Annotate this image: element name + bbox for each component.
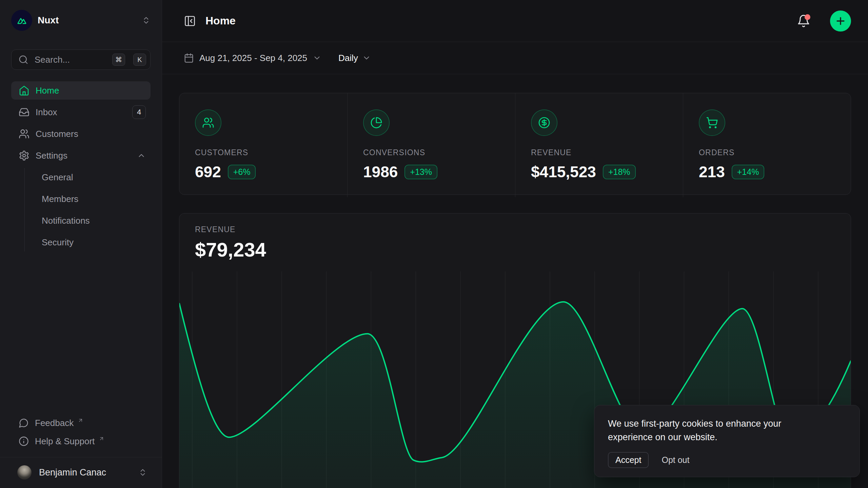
pie-chart-icon [363,109,390,136]
stat-delta-badge: +13% [405,165,437,179]
users-icon [19,128,29,139]
sidebar: Nuxt Search... ⌘ K Home Inbox 4 [0,0,162,488]
circle-dollar-icon [531,109,557,136]
message-bubble-icon [19,418,29,428]
sidebar-item-home[interactable]: Home [11,81,151,100]
kbd-k: K [133,54,146,66]
avatar [17,465,32,480]
sidebar-item-inbox[interactable]: Inbox 4 [11,103,151,121]
stat-delta-badge: +14% [732,165,765,179]
stats-card: CUSTOMERS 692 +6% CONVERSIONS 1986 +13% [179,93,851,195]
external-link-icon [99,436,104,442]
search-input[interactable]: Search... ⌘ K [11,49,151,70]
sidebar-item-general[interactable]: General [36,168,151,186]
sidebar-item-security[interactable]: Security [36,233,151,251]
users-icon [195,109,221,136]
stat-label: ORDERS [699,148,835,157]
info-circle-icon [19,436,29,446]
external-link-icon [78,418,83,423]
cookie-banner: We use first-party cookies to enhance yo… [594,405,860,477]
stat-label: CUSTOMERS [195,148,332,157]
sidebar-item-settings[interactable]: Settings [11,146,151,165]
user-name: Benjamin Canac [39,467,106,478]
sidebar-item-label: Home [36,85,146,96]
cookie-message: We use first-party cookies to enhance yo… [608,417,825,444]
sidebar-item-label: Help & Support [35,436,95,447]
stat-conversions[interactable]: CONVERSIONS 1986 +13% [347,93,515,197]
sidebar-item-customers[interactable]: Customers [11,125,151,143]
accept-button[interactable]: Accept [608,452,649,468]
workspace-name: Nuxt [38,15,59,26]
sidebar-nav: Home Inbox 4 Customers Settings [11,81,151,251]
chevron-up-icon [137,151,146,160]
home-icon [19,85,29,96]
stat-label: REVENUE [531,148,667,157]
sidebar-item-members[interactable]: Members [36,190,151,208]
gear-icon [19,150,29,161]
kbd-cmd: ⌘ [112,54,125,66]
settings-subnav: General Members Notifications Security [24,168,151,251]
workspace-switcher[interactable]: Nuxt [11,0,151,41]
notification-dot [805,14,810,20]
divider [0,457,162,458]
add-button[interactable] [830,11,851,32]
stat-customers[interactable]: CUSTOMERS 692 +6% [179,93,347,197]
sidebar-item-label: Inbox [36,107,126,118]
stat-revenue[interactable]: REVENUE $415,523 +18% [515,93,683,197]
chevrons-up-down-icon [138,468,147,477]
chart-label: REVENUE [195,225,835,234]
notifications-button[interactable] [796,14,811,28]
chevron-down-icon [313,54,321,62]
granularity-select[interactable]: Daily [338,53,371,63]
stat-label: CONVERSIONS [363,148,499,157]
calendar-icon [184,53,194,63]
date-range-value: Aug 21, 2025 - Sep 4, 2025 [199,53,307,63]
sidebar-item-notifications[interactable]: Notifications [36,211,151,230]
chevrons-up-down-icon [142,16,151,25]
stat-value: 1986 [363,163,398,181]
user-menu[interactable]: Benjamin Canac [11,462,151,483]
stat-delta-badge: +6% [228,165,256,179]
inbox-count-badge: 4 [132,105,146,119]
chevron-down-icon [362,54,371,62]
chart-value: $79,234 [195,238,835,261]
sidebar-item-label: Customers [36,129,146,139]
sidebar-item-feedback[interactable]: Feedback [11,414,151,432]
sidebar-item-help-support[interactable]: Help & Support [11,432,151,450]
filters-toolbar: Aug 21, 2025 - Sep 4, 2025 Daily [162,42,868,74]
opt-out-button[interactable]: Opt out [662,455,689,465]
sidebar-toggle-icon[interactable] [184,15,196,27]
stat-value: $415,523 [531,163,596,181]
page-title: Home [205,15,236,27]
sidebar-item-label: Feedback [35,418,74,428]
search-placeholder: Search... [35,55,106,65]
search-icon [18,55,28,65]
sidebar-item-label: Settings [36,150,131,161]
stat-value: 692 [195,163,221,181]
page-header: Home [162,0,868,42]
cart-icon [699,109,725,136]
sidebar-footer: Feedback Help & Support Benjamin Canac [11,414,151,483]
stat-value: 213 [699,163,725,181]
inbox-icon [19,107,29,118]
stat-orders[interactable]: ORDERS 213 +14% [683,93,851,197]
nuxt-logo-icon [11,10,32,31]
date-range-picker[interactable]: Aug 21, 2025 - Sep 4, 2025 [184,53,321,63]
stat-delta-badge: +18% [603,165,636,179]
granularity-value: Daily [338,53,358,63]
